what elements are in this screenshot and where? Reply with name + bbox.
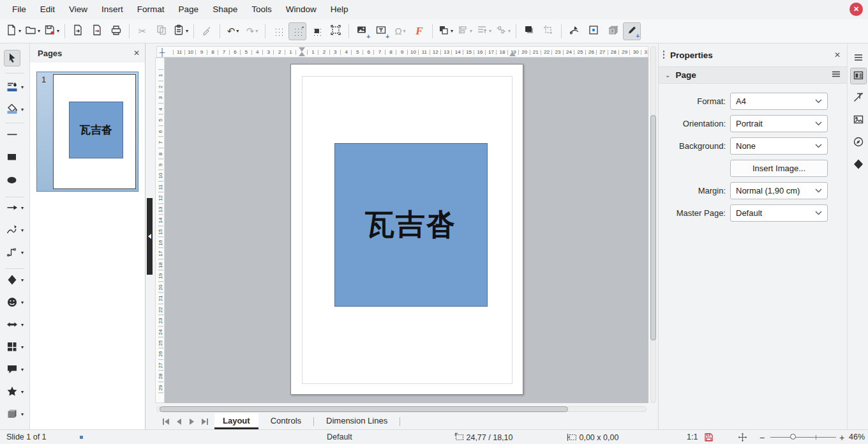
vertical-scrollbar[interactable] (648, 46, 658, 403)
menu-help[interactable]: Help (324, 4, 355, 14)
zoom-level[interactable]: 46% (849, 433, 865, 441)
slide-info[interactable]: Slide 1 of 1 (6, 433, 47, 441)
styles-tab[interactable] (850, 89, 867, 106)
indent-marker-icon[interactable] (509, 52, 516, 56)
menu-window[interactable]: Window (279, 4, 324, 14)
connectors-tool[interactable]: ▾ (4, 243, 29, 261)
show-draw-functions-button[interactable]: + (623, 22, 641, 40)
page-style[interactable]: Default (327, 433, 352, 441)
export-pdf-button[interactable] (88, 22, 106, 40)
document-modified-indicator[interactable] (704, 433, 714, 443)
scale-indicator[interactable]: 1:1 (687, 433, 698, 441)
cursor-position[interactable]: 24,77 / 18,10 (454, 433, 513, 442)
arrange-button[interactable]: ▾ (437, 22, 454, 40)
menu-insert[interactable]: Insert (94, 4, 130, 14)
navigator-tab[interactable] (850, 134, 867, 151)
page-thumbnail[interactable]: 1 瓦吉沓 (36, 72, 138, 192)
master-page-select[interactable]: Default (730, 204, 828, 222)
close-icon[interactable]: ✕ (834, 50, 841, 59)
shapes-tab[interactable] (850, 157, 867, 173)
undo-button[interactable]: ↶▾ (224, 22, 242, 40)
zoom-in-button[interactable]: + (839, 433, 844, 443)
lines-and-arrows-tool[interactable]: ▾ (4, 199, 29, 217)
window-close-button[interactable]: ✕ (849, 3, 863, 16)
new-document-button[interactable]: ▾ (4, 22, 22, 40)
stars-and-banners-tool[interactable]: ▾ (4, 383, 29, 401)
horizontal-ruler[interactable]: 1110987654321123456789101112131415161718… (156, 46, 648, 57)
export-button[interactable] (69, 22, 87, 40)
flowchart-tool[interactable]: ▾ (4, 338, 29, 356)
drawing-canvas[interactable]: 瓦吉沓 (165, 57, 648, 403)
previous-page-button[interactable] (172, 416, 185, 427)
last-page-button[interactable] (198, 416, 211, 427)
ellipse-tool[interactable] (4, 171, 29, 189)
menu-page[interactable]: Page (172, 4, 206, 14)
zoom-slider-knob[interactable] (790, 434, 796, 440)
vertical-ruler[interactable]: 1234567891011121314151617181920212223242… (155, 57, 165, 403)
scrollbar-thumb[interactable] (160, 406, 568, 412)
insert-image-button[interactable]: Insert Image... (730, 160, 828, 177)
properties-tab[interactable] (850, 68, 867, 84)
format-select[interactable]: A4 (730, 93, 828, 110)
tab-dimension-lines[interactable]: Dimension Lines (318, 413, 396, 429)
snap-guides-button[interactable] (327, 22, 345, 40)
margin-marker-top-icon[interactable] (299, 47, 305, 52)
glue-points-button[interactable] (585, 22, 602, 40)
insert-image-button[interactable]: + (353, 22, 371, 40)
page[interactable]: 瓦吉沓 (290, 64, 523, 395)
shadow-button[interactable] (520, 22, 538, 40)
menu-format[interactable]: Format (130, 4, 172, 14)
paste-button[interactable]: ▾ (172, 22, 190, 40)
display-grid-button[interactable] (269, 22, 287, 40)
gallery-tab[interactable] (850, 112, 867, 128)
menu-file[interactable]: File (5, 4, 33, 14)
ruler-number: 21 (533, 49, 539, 55)
ruler-number: 24 (566, 49, 572, 55)
basic-shapes-tool[interactable]: ▾ (4, 271, 29, 289)
zoom-out-button[interactable]: − (760, 433, 765, 443)
insert-line-tool[interactable] (4, 125, 29, 143)
line-color-tool[interactable]: ▾ (4, 78, 29, 96)
symbol-shapes-tool[interactable]: ▾ (4, 293, 29, 311)
menu-items: FileEditViewInsertFormatPageShapeToolsWi… (5, 0, 355, 19)
sidebar-settings-tab[interactable] (850, 50, 867, 66)
fill-color-tool[interactable]: ▾ (4, 100, 29, 118)
helplines-while-moving-button[interactable] (308, 22, 326, 40)
curves-and-polygons-tool[interactable]: ▾ (4, 221, 29, 239)
orientation-select[interactable]: Portrait (730, 115, 828, 132)
fit-slide-button[interactable] (738, 433, 747, 443)
tab-controls[interactable]: Controls (262, 413, 310, 429)
scrollbar-thumb[interactable] (650, 115, 656, 341)
zoom-slider-track[interactable] (770, 437, 836, 438)
horizontal-scrollbar[interactable] (156, 405, 647, 413)
print-button[interactable] (107, 22, 125, 40)
margin-select[interactable]: Normal (1,90 cm) (730, 182, 828, 199)
menu-view[interactable]: View (62, 4, 94, 14)
next-page-button[interactable] (185, 416, 198, 427)
blue-rectangle-shape[interactable]: 瓦吉沓 (334, 143, 488, 307)
page-section-header[interactable]: ⌄ Page (659, 66, 847, 84)
3d-objects-tool[interactable]: ▾ (4, 405, 29, 423)
fontwork-button[interactable]: F (410, 22, 428, 40)
callouts-tool[interactable]: ▾ (4, 360, 29, 378)
tab-layout[interactable]: Layout (214, 413, 258, 429)
close-icon[interactable]: ✕ (133, 49, 140, 57)
edit-points-button[interactable] (565, 22, 583, 40)
first-page-button[interactable] (160, 416, 172, 427)
snap-to-grid-button[interactable]: ▪ (288, 22, 306, 40)
drag-grip-icon[interactable] (662, 50, 665, 60)
hide-pages-panel-handle[interactable] (147, 198, 153, 275)
select-tool[interactable] (4, 49, 29, 67)
background-select[interactable]: None (730, 137, 828, 155)
save-button[interactable]: ▾ (43, 22, 61, 40)
insert-text-box-button[interactable]: + (372, 22, 390, 40)
block-arrows-tool[interactable]: ▾ (4, 316, 29, 333)
section-menu-icon[interactable] (832, 70, 841, 80)
menu-shape[interactable]: Shape (206, 4, 244, 14)
menu-edit[interactable]: Edit (33, 4, 62, 14)
rectangle-tool[interactable] (4, 148, 29, 166)
object-size[interactable]: 0,00 x 0,00 (567, 433, 618, 442)
open-button[interactable]: ▾ (24, 22, 41, 40)
margin-marker-bottom-icon[interactable] (299, 52, 305, 56)
menu-tools[interactable]: Tools (244, 4, 279, 14)
